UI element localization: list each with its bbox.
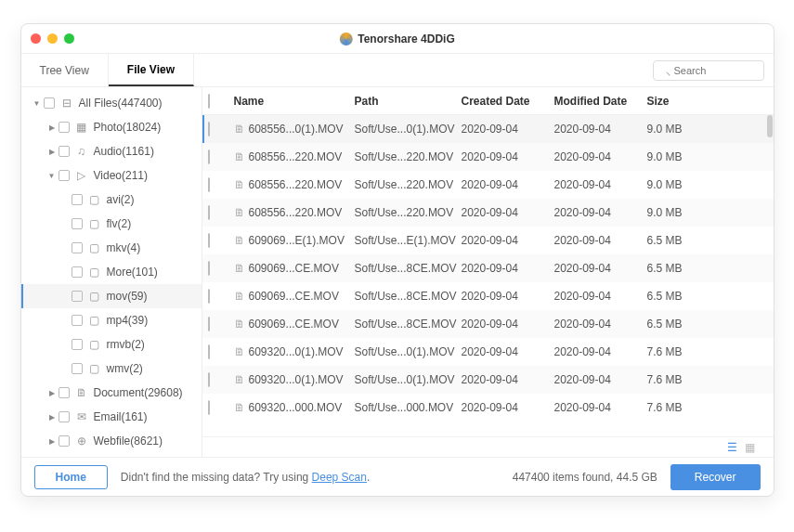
cell-name: 608556...0(1).MOV [249,123,344,136]
checkbox[interactable] [208,372,210,387]
table-row[interactable]: 🗎608556...220.MOVSoft/Use...220.MOV2020-… [202,171,774,199]
cell-created: 2020-09-04 [462,206,554,219]
col-size[interactable]: Size [647,95,722,108]
table-row[interactable]: 🗎609320...0(1).MOVSoft/Use...0(1).MOV202… [202,338,774,366]
tree-item-avi[interactable]: ▢avi(2) [21,188,202,212]
checkbox[interactable] [208,205,210,220]
checkbox[interactable] [72,194,83,205]
checkbox[interactable] [72,339,83,350]
checkbox[interactable] [59,146,70,157]
tree-item-audio[interactable]: ▶♫Audio(1161) [21,139,202,163]
scrollbar-thumb[interactable] [767,115,773,137]
file-icon: 🗎 [234,234,245,247]
checkbox[interactable] [72,291,83,302]
file-list-body: 🗎608556...0(1).MOVSoft/Use...0(1).MOV202… [202,115,774,436]
checkbox[interactable] [208,122,210,136]
cell-path: Soft/Use...220.MOV [355,150,462,163]
table-row[interactable]: 🗎609320...000.MOVSoft/Use...000.MOV2020-… [202,394,774,422]
table-row[interactable]: 🗎608556...0(1).MOVSoft/Use...0(1).MOV202… [202,115,774,143]
deep-scan-link[interactable]: Deep Scan [312,471,367,484]
app-title: Tenorshare 4DDiG [358,32,454,45]
search-input[interactable] [653,60,764,81]
tree-item-video[interactable]: ▼▷Video(211) [21,163,202,188]
checkbox[interactable] [208,177,210,192]
tree-item-mov[interactable]: ▢mov(59) [21,284,202,308]
tree-item-webfile[interactable]: ▶⊕Webfile(8621) [21,429,202,453]
app-logo-icon [339,32,352,45]
table-row[interactable]: 🗎609069...CE.MOVSoft/Use...8CE.MOV2020-0… [202,254,774,282]
table-row[interactable]: 🗎608556...220.MOVSoft/Use...220.MOV2020-… [202,199,774,227]
checkbox-all[interactable] [208,94,210,109]
cell-size: 7.6 MB [647,345,722,358]
checkbox[interactable] [59,170,70,181]
minimize-icon[interactable] [47,33,58,44]
tab-tree-view[interactable]: Tree View [21,54,109,86]
checkbox[interactable] [208,289,210,304]
checkbox[interactable] [72,242,83,253]
tree-item-all-files[interactable]: ▼⊟All Files(447400) [21,91,202,115]
cell-created: 2020-09-04 [462,262,554,275]
checkbox[interactable] [208,233,210,248]
home-button[interactable]: Home [34,465,108,489]
checkbox[interactable] [208,317,210,331]
cell-path: Soft/Use...8CE.MOV [355,318,462,331]
checkbox[interactable] [44,97,55,109]
recover-button[interactable]: Recover [670,464,761,490]
title-center: Tenorshare 4DDiG [339,32,454,45]
table-row[interactable]: 🗎609069...CE.MOVSoft/Use...8CE.MOV2020-0… [202,282,774,310]
cell-path: Soft/Use...0(1).MOV [355,345,462,358]
col-path[interactable]: Path [355,95,462,108]
tree-item-wmv[interactable]: ▢wmv(2) [21,357,202,381]
file-icon: 🗎 [234,206,245,219]
checkbox[interactable] [59,122,70,133]
cell-path: Soft/Use...8CE.MOV [355,262,462,275]
checkbox[interactable] [59,411,70,422]
tree-item-more[interactable]: ▢More(101) [21,260,202,284]
checkbox[interactable] [208,261,210,276]
checkbox[interactable] [208,400,210,415]
col-created[interactable]: Created Date [462,95,554,108]
cell-name: 608556...220.MOV [249,178,343,191]
cell-path: Soft/Use...0(1).MOV [355,373,462,386]
tree-item-mp4[interactable]: ▢mp4(39) [21,308,202,332]
table-row[interactable]: 🗎608556...220.MOVSoft/Use...220.MOV2020-… [202,143,774,171]
grid-view-icon[interactable]: ▦ [745,441,755,454]
list-view-icon[interactable]: ☰ [727,441,737,454]
col-modified[interactable]: Modified Date [554,95,647,108]
cell-modified: 2020-09-04 [554,178,647,191]
checkbox[interactable] [208,344,210,359]
col-name[interactable]: Name [234,95,355,108]
table-row[interactable]: 🗎609069...CE.MOVSoft/Use...8CE.MOV2020-0… [202,310,774,338]
table-row[interactable]: 🗎609320...0(1).MOVSoft/Use...0(1).MOV202… [202,366,774,394]
video-icon: ▷ [75,169,88,182]
checkbox[interactable] [72,363,83,374]
checkbox[interactable] [59,387,70,398]
tree-item-photo[interactable]: ▶▦Photo(18024) [21,115,202,139]
close-icon[interactable] [31,33,41,44]
tree-item-mkv[interactable]: ▢mkv(4) [21,236,202,260]
hint-text: Didn't find the missing data? Try using … [121,471,370,484]
tree-item-flv[interactable]: ▢flv(2) [21,212,202,236]
tree-item-rmvb[interactable]: ▢rmvb(2) [21,332,202,357]
cell-modified: 2020-09-04 [554,318,647,331]
cell-modified: 2020-09-04 [554,150,647,163]
file-icon: 🗎 [234,290,245,303]
maximize-icon[interactable] [64,33,74,44]
checkbox[interactable] [59,435,70,447]
sidebar: ▼⊟All Files(447400) ▶▦Photo(18024) ▶♫Aud… [21,87,202,457]
cell-size: 7.6 MB [647,373,722,386]
checkbox[interactable] [72,218,83,229]
file-icon: 🗎 [234,150,245,163]
checkbox[interactable] [72,315,83,326]
tree-item-document[interactable]: ▶🗎Document(29608) [21,381,202,405]
app-window: Tenorshare 4DDiG Tree View File View ▼⊟A… [20,23,774,497]
cell-created: 2020-09-04 [462,290,554,303]
cell-modified: 2020-09-04 [554,234,647,247]
tab-file-view[interactable]: File View [109,54,194,86]
drive-icon: ⊟ [60,97,73,110]
tree-item-email[interactable]: ▶✉Email(161) [21,405,202,429]
file-icon: 🗎 [234,401,245,414]
table-row[interactable]: 🗎609069...E(1).MOVSoft/Use...E(1).MOV202… [202,227,774,254]
checkbox[interactable] [208,149,210,164]
checkbox[interactable] [72,266,83,278]
